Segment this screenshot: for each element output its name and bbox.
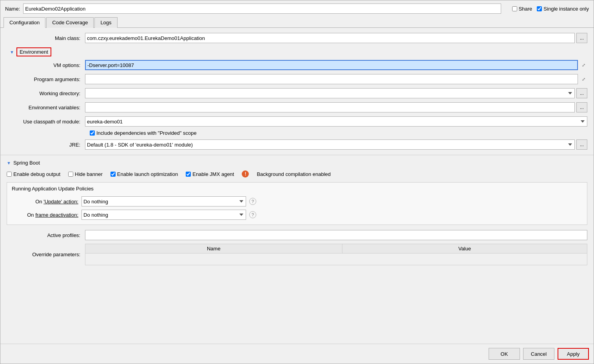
program-arguments-control: ⤢ [85,74,587,84]
environment-variables-control: ... [85,102,587,112]
vm-options-row: VM options: ⤢ [7,58,587,72]
hide-banner-label[interactable]: Hide banner [68,171,103,177]
env-vars-browse-btn[interactable]: ... [576,102,587,112]
hide-banner-checkbox[interactable] [68,172,73,177]
main-class-label: Main class: [7,35,85,41]
enable-launch-text: Enable launch optimization [117,171,178,177]
classpath-module-select[interactable]: eureka-demo01 [85,116,587,127]
on-frame-dropdown[interactable]: Do nothing [81,210,246,220]
include-deps-row: Include dependencies with "Provided" sco… [7,129,587,138]
enable-jmx-text: Enable JMX agent [192,171,234,177]
on-frame-row: On frame deactivation: Do nothing ? [12,208,582,221]
header-row: Name: Share Single instance only [0,0,594,17]
active-profiles-row: Active profiles: [7,228,587,242]
name-label: Name: [5,6,20,12]
jre-control: Default (1.8 - SDK of 'eureka-demo01' mo… [85,139,587,150]
active-profiles-input[interactable] [85,230,587,240]
share-checkbox-label[interactable]: Share [512,6,532,12]
environment-section-header: ▼ Environment [7,45,587,58]
enable-debug-label[interactable]: Enable debug output [7,171,60,177]
cancel-button[interactable]: Cancel [523,348,554,360]
on-frame-help-icon[interactable]: ? [249,211,256,218]
working-directory-label: Working directory: [7,91,85,96]
on-update-label: On 'Update' action: [12,199,78,205]
on-update-row: On 'Update' action: Do nothing ? [12,195,582,208]
single-instance-label[interactable]: Single instance only [537,6,589,12]
tabs-bar: Configuration Code Coverage Logs [0,17,594,28]
program-arguments-input[interactable] [85,74,578,84]
working-directory-control: ... [85,88,587,98]
hide-banner-text: Hide banner [75,171,103,177]
policies-title: Running Application Update Policies [12,186,582,192]
tab-logs[interactable]: Logs [94,17,117,28]
warning-icon: ! [242,170,249,177]
jre-row: JRE: Default (1.8 - SDK of 'eureka-demo0… [7,138,587,152]
enable-debug-text: Enable debug output [13,171,60,177]
on-update-help-icon[interactable]: ? [249,198,256,205]
jre-select[interactable]: Default (1.8 - SDK of 'eureka-demo01' mo… [85,139,575,150]
environment-variables-input[interactable] [85,102,575,112]
override-empty-row [85,254,587,265]
working-directory-row: Working directory: ... [7,86,587,100]
enable-launch-checkbox[interactable] [110,172,116,177]
environment-variables-label: Environment variables: [7,105,85,110]
form-section: Main class: ... ▼ Environment VM options… [0,28,594,155]
single-instance-checkbox[interactable] [537,6,542,11]
environment-variables-row: Environment variables: ... [7,100,587,114]
spring-section-header: ▼ Spring Boot [7,158,587,169]
spring-header-label: Spring Boot [13,160,40,166]
policies-section: Running Application Update Policies On '… [7,182,587,225]
enable-debug-checkbox[interactable] [7,172,12,177]
active-profiles-label: Active profiles: [7,232,85,238]
run-configuration-dialog: Name: Share Single instance only Configu… [0,0,594,364]
classpath-module-label: Use classpath of module: [7,119,85,125]
override-value-header: Value [342,244,587,254]
spring-boot-section: ▼ Spring Boot Enable debug output Hide b… [0,155,594,270]
classpath-module-row: Use classpath of module: eureka-demo01 [7,114,587,129]
ok-button[interactable]: OK [489,348,520,360]
override-parameters-row: Override parameters: Name Value [7,242,587,267]
working-directory-select[interactable] [85,88,575,98]
enable-jmx-label[interactable]: Enable JMX agent [186,171,234,177]
spring-checkboxes-row: Enable debug output Hide banner Enable l… [7,169,587,179]
background-compilation-text: Background compilation enabled [257,171,331,177]
main-class-browse-btn[interactable]: ... [576,33,587,43]
override-parameters-table-wrap: Name Value [85,244,587,265]
classpath-module-control: eureka-demo01 [85,116,587,127]
header-right: Share Single instance only [512,6,589,12]
on-frame-label: On frame deactivation: [12,212,78,218]
jre-label: JRE: [7,142,85,148]
spring-collapse-arrow[interactable]: ▼ [7,161,11,165]
program-arguments-row: Program arguments: ⤢ [7,72,587,86]
program-args-expand-btn[interactable]: ⤢ [580,75,587,83]
env-collapse-arrow[interactable]: ▼ [10,50,14,54]
main-class-row: Main class: ... [7,31,587,45]
vm-options-input[interactable] [85,60,578,70]
share-checkbox[interactable] [512,6,517,11]
active-profiles-control [85,230,587,240]
program-arguments-label: Program arguments: [7,76,85,82]
tab-configuration[interactable]: Configuration [4,17,45,28]
on-update-dropdown[interactable]: Do nothing [81,196,246,206]
main-content: Main class: ... ▼ Environment VM options… [0,28,594,344]
override-name-header: Name [85,244,342,254]
vm-options-control: ⤢ [85,60,587,70]
main-class-control: ... [85,33,587,43]
include-deps-label[interactable]: Include dependencies with "Provided" sco… [90,130,197,136]
tab-code-coverage[interactable]: Code Coverage [46,17,94,28]
include-deps-checkbox[interactable] [90,130,95,136]
jre-browse-btn[interactable]: ... [576,139,587,150]
include-deps-text: Include dependencies with "Provided" sco… [96,130,197,136]
override-parameters-table: Name Value [85,244,587,265]
apply-button[interactable]: Apply [558,348,589,360]
environment-label: Environment [16,47,51,56]
vm-options-label: VM options: [7,62,85,68]
vm-options-expand-btn[interactable]: ⤢ [580,61,587,69]
enable-launch-label[interactable]: Enable launch optimization [110,171,178,177]
enable-jmx-checkbox[interactable] [186,172,191,177]
main-class-input[interactable] [85,33,575,43]
override-parameters-label: Override parameters: [7,252,85,257]
working-directory-browse-btn[interactable]: ... [576,88,587,98]
name-input[interactable] [23,4,501,14]
bottom-buttons: OK Cancel Apply [0,344,594,364]
